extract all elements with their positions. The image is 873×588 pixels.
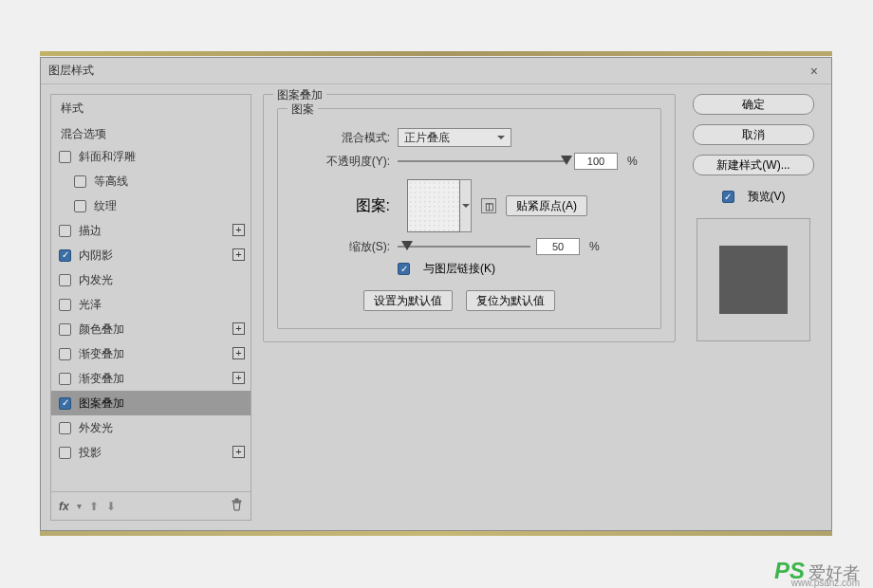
settings-panel: 图案叠加 图案 混合模式: 正片叠底 不透明度(Y): xyxy=(263,94,676,521)
plus-icon[interactable]: + xyxy=(232,224,245,236)
style-item-label: 外发光 xyxy=(79,420,113,436)
chevron-down-icon[interactable]: ▾ xyxy=(77,501,82,511)
preview-checkbox[interactable] xyxy=(722,191,734,203)
style-item-7[interactable]: 颜色叠加+ xyxy=(51,317,251,341)
style-checkbox[interactable] xyxy=(59,397,71,410)
plus-icon[interactable]: + xyxy=(232,248,245,261)
layer-style-dialog: 图层样式 × 样式 混合选项 斜面和浮雕等高线纹理描边+内阴影+内发光光泽颜色叠… xyxy=(40,57,832,531)
scale-label: 缩放(S): xyxy=(295,239,390,255)
link-layer-checkbox[interactable] xyxy=(398,263,410,275)
style-item-label: 图案叠加 xyxy=(79,395,124,412)
style-checkbox[interactable] xyxy=(59,348,71,360)
pattern-label: 图案: xyxy=(295,196,390,216)
style-item-label: 纹理 xyxy=(94,198,117,214)
style-item-label: 斜面和浮雕 xyxy=(79,149,136,165)
style-checkbox[interactable] xyxy=(59,151,71,163)
style-item-12[interactable]: 投影+ xyxy=(51,440,251,465)
scale-slider[interactable] xyxy=(398,240,530,253)
style-item-label: 内阴影 xyxy=(79,248,113,264)
opacity-slider[interactable] xyxy=(398,155,568,168)
style-item-label: 描边 xyxy=(79,223,102,239)
style-item-8[interactable]: 渐变叠加+ xyxy=(51,341,251,366)
blend-mode-label: 混合模式: xyxy=(295,130,390,146)
link-layer-label: 与图层链接(K) xyxy=(423,261,495,277)
plus-icon[interactable]: + xyxy=(232,347,245,359)
set-default-button[interactable]: 设置为默认值 xyxy=(363,290,453,311)
arrow-up-icon[interactable]: ⬆ xyxy=(89,500,99,513)
cancel-button[interactable]: 取消 xyxy=(693,124,814,145)
opacity-input[interactable]: 100 xyxy=(574,153,618,170)
blend-mode-select[interactable]: 正片叠底 xyxy=(398,128,511,147)
blend-options-header[interactable]: 混合选项 xyxy=(51,119,251,144)
style-item-label: 投影 xyxy=(79,445,102,461)
scale-input[interactable]: 50 xyxy=(536,238,580,255)
pattern-overlay-group: 图案叠加 图案 混合模式: 正片叠底 不透明度(Y): xyxy=(263,94,676,342)
ok-button[interactable]: 确定 xyxy=(693,94,814,115)
style-item-2[interactable]: 纹理 xyxy=(51,193,251,218)
style-item-6[interactable]: 光泽 xyxy=(51,292,251,317)
style-checkbox[interactable] xyxy=(59,447,71,459)
pattern-picker-icon[interactable] xyxy=(460,179,472,232)
trash-icon[interactable] xyxy=(231,498,243,514)
style-item-label: 光泽 xyxy=(79,297,102,313)
plus-icon[interactable]: + xyxy=(232,372,245,384)
preview-label: 预览(V) xyxy=(748,189,786,205)
opacity-label: 不透明度(Y): xyxy=(295,154,390,170)
style-checkbox[interactable] xyxy=(59,299,71,311)
arrow-down-icon[interactable]: ⬇ xyxy=(106,500,116,513)
style-item-label: 渐变叠加 xyxy=(79,371,124,387)
style-item-1[interactable]: 等高线 xyxy=(51,169,251,193)
style-item-3[interactable]: 描边+ xyxy=(51,218,251,243)
styles-footer: fx ▾ ⬆ ⬇ xyxy=(51,491,251,520)
style-checkbox[interactable] xyxy=(74,200,86,212)
style-checkbox[interactable] xyxy=(59,323,71,336)
styles-list-panel: 样式 混合选项 斜面和浮雕等高线纹理描边+内阴影+内发光光泽颜色叠加+渐变叠加+… xyxy=(50,94,251,521)
preview-swatch xyxy=(719,246,788,314)
reset-default-button[interactable]: 复位为默认值 xyxy=(466,290,555,311)
titlebar: 图层样式 × xyxy=(41,58,831,84)
style-checkbox[interactable] xyxy=(74,175,86,188)
dialog-title: 图层样式 xyxy=(48,63,94,79)
watermark-url: www.psahz.com xyxy=(791,578,860,588)
inner-title: 图案 xyxy=(288,101,318,118)
style-item-11[interactable]: 外发光 xyxy=(51,415,251,440)
style-checkbox[interactable] xyxy=(59,225,71,237)
style-item-label: 内发光 xyxy=(79,272,113,288)
style-item-5[interactable]: 内发光 xyxy=(51,267,251,292)
snap-origin-button[interactable]: 贴紧原点(A) xyxy=(506,195,587,216)
style-checkbox[interactable] xyxy=(59,373,71,385)
styles-header[interactable]: 样式 xyxy=(51,95,251,119)
style-item-label: 等高线 xyxy=(94,174,128,190)
plus-icon[interactable]: + xyxy=(232,322,245,335)
style-item-label: 颜色叠加 xyxy=(79,322,124,338)
action-panel: 确定 取消 新建样式(W)... 预览(V) xyxy=(687,94,820,521)
plus-icon[interactable]: + xyxy=(232,446,245,458)
style-item-4[interactable]: 内阴影+ xyxy=(51,243,251,267)
new-style-button[interactable]: 新建样式(W)... xyxy=(693,155,814,175)
style-item-9[interactable]: 渐变叠加+ xyxy=(51,366,251,391)
close-icon[interactable]: × xyxy=(805,62,824,81)
style-item-0[interactable]: 斜面和浮雕 xyxy=(51,144,251,169)
preview-box xyxy=(697,218,810,341)
style-item-10[interactable]: 图案叠加 xyxy=(51,391,251,415)
pattern-thumbnail[interactable] xyxy=(407,179,460,232)
style-checkbox[interactable] xyxy=(59,274,71,286)
style-checkbox[interactable] xyxy=(59,422,71,434)
fx-icon[interactable]: fx xyxy=(59,500,69,513)
new-pattern-icon[interactable]: ◫ xyxy=(481,198,496,213)
pattern-group: 图案 混合模式: 正片叠底 不透明度(Y): xyxy=(277,108,661,329)
style-item-label: 渐变叠加 xyxy=(79,346,124,362)
style-checkbox[interactable] xyxy=(59,249,71,262)
